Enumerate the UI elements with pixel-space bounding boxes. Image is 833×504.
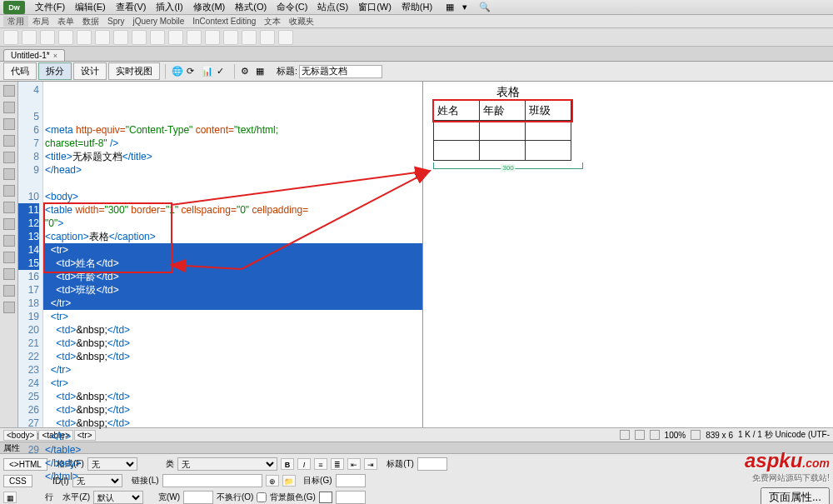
table-cell[interactable] [434,141,480,161]
select-tool-icon[interactable] [635,430,645,440]
insert-tab[interactable]: 数据 [78,16,103,27]
code-line[interactable]: </tr> [43,297,422,310]
insert-tab[interactable]: jQuery Mobile [129,16,189,27]
code-line[interactable]: </head> [43,163,422,177]
zoom-tool-icon[interactable] [650,430,660,440]
design-view-btn[interactable]: 设计 [73,62,107,80]
code-line[interactable]: </html> [43,470,422,483]
code-line[interactable]: <td>&nbsp;</td> [43,417,422,430]
code-tool-icon[interactable] [3,85,15,97]
code-line[interactable]: <td>班级</td> [43,283,422,297]
code-tool-icon[interactable] [3,168,15,180]
toolbar-icon[interactable]: ✓ [216,65,229,78]
insert-tab[interactable]: 表单 [53,16,78,27]
code-tool-icon[interactable] [3,252,15,263]
menu-item[interactable]: 站点(S) [312,1,353,12]
insert-tab[interactable]: 常用 [3,16,28,27]
table-cell[interactable]: 姓名 [434,101,480,121]
title-input[interactable] [299,65,382,78]
code-tool-icon[interactable] [3,118,15,130]
tool-btn[interactable] [3,30,18,45]
tool-btn[interactable] [205,30,220,45]
menu-item[interactable]: 文件(F) [30,1,70,12]
menu-item[interactable]: 修改(M) [188,1,231,12]
tool-btn[interactable] [113,30,128,45]
toolbar-icon[interactable]: ⚙ [240,65,253,78]
tool-btn[interactable] [278,30,293,45]
tool-btn[interactable] [223,30,238,45]
tool-btn[interactable] [132,30,147,45]
table-cell[interactable] [526,141,571,161]
code-line[interactable]: "0"> [43,217,422,230]
tool-btn[interactable] [22,30,37,45]
hand-tool-icon[interactable] [620,430,630,440]
tool-btn[interactable] [95,30,110,45]
tool-btn[interactable] [40,30,55,45]
menu-item[interactable]: 格式(O) [230,1,272,12]
live-view-btn[interactable]: 实时视图 [108,62,160,80]
code-tool-icon[interactable] [3,302,15,313]
code-line[interactable] [43,483,422,497]
code-line[interactable]: <tr> [43,310,422,323]
code-tool-icon[interactable] [3,285,15,297]
code-tool-icon[interactable] [3,152,15,163]
code-tool-icon[interactable] [3,185,15,197]
code-line[interactable]: </body> [43,457,422,470]
insert-tab[interactable]: 文本 [260,16,285,27]
table-row[interactable]: 姓名 年龄 班级 [434,101,571,121]
code-tool-icon[interactable] [3,102,15,113]
table-row[interactable] [434,121,571,141]
page-props-btn[interactable]: 页面属性... [761,487,830,504]
menu-item[interactable]: 窗口(W) [353,1,397,12]
html-tab[interactable]: <>HTML [3,458,47,471]
split-view-btn[interactable]: 拆分 [38,62,72,80]
code-line[interactable]: <title>无标题文档</title> [43,150,422,163]
insert-tab[interactable]: InContext Editing [188,16,260,27]
code-line[interactable]: <td>&nbsp;</td> [43,337,422,350]
table-cell[interactable]: 班级 [526,101,571,121]
tool-btn[interactable] [187,30,202,45]
code-pane[interactable]: 4567891011121314151617181920212223242526… [18,82,423,427]
table-row[interactable] [434,141,571,161]
code-line[interactable]: <td>&nbsp;</td> [43,350,422,363]
code-line[interactable]: </tr> [43,430,422,443]
code-line[interactable]: <td>年龄</td> [43,270,422,283]
code-line[interactable]: <tr> [43,377,422,390]
code-line[interactable]: </table> [43,443,422,457]
insert-tab[interactable]: 布局 [28,16,53,27]
toolbar-icon[interactable]: ▦ [255,65,268,78]
insert-tab[interactable]: 收藏夹 [285,16,318,27]
code-line[interactable]: </tr> [43,363,422,377]
code-line[interactable]: <caption>表格</caption> [43,230,422,243]
layout-icon[interactable]: ▦ [446,2,457,13]
toolbar-icon[interactable]: 📊 [201,65,214,78]
table-cell[interactable] [526,121,571,141]
menu-item[interactable]: 帮助(H) [397,1,437,12]
toolbar-icon[interactable]: ⟳ [186,65,199,78]
tool-btn[interactable] [260,30,275,45]
code-line[interactable]: <body> [43,190,422,203]
menu-item[interactable]: 命令(C) [272,1,312,12]
code-line[interactable]: <td>&nbsp;</td> [43,403,422,417]
code-view-btn[interactable]: 代码 [3,62,37,80]
menu-item[interactable]: 查看(V) [111,1,152,12]
toolbar-icon[interactable]: 🌐 [171,65,184,78]
menu-item[interactable]: 编辑(E) [70,1,111,12]
tool-btn[interactable] [150,30,165,45]
search-icon[interactable]: 🔍 [479,2,491,13]
css-tab[interactable]: CSS [3,475,32,487]
code-tool-icon[interactable] [3,218,15,230]
cell-icon[interactable]: ▦ [3,492,17,503]
code-line[interactable]: charset=utf-8" /> [43,137,422,150]
code-line[interactable]: <meta http-equiv="Content-Type" content=… [43,123,422,137]
table-cell[interactable] [480,121,526,141]
breadcrumb-item[interactable]: <body> [3,430,37,441]
code-tool-icon[interactable] [3,202,15,213]
code-line[interactable]: <td>&nbsp;</td> [43,323,422,337]
table-cell[interactable]: 年龄 [480,101,526,121]
code-tool-icon[interactable] [3,135,15,147]
preview-table[interactable]: 姓名 年龄 班级 [433,100,571,161]
design-pane[interactable]: 表格 姓名 年龄 班级 [423,82,833,427]
code-line[interactable] [43,177,422,190]
tool-btn[interactable] [77,30,92,45]
